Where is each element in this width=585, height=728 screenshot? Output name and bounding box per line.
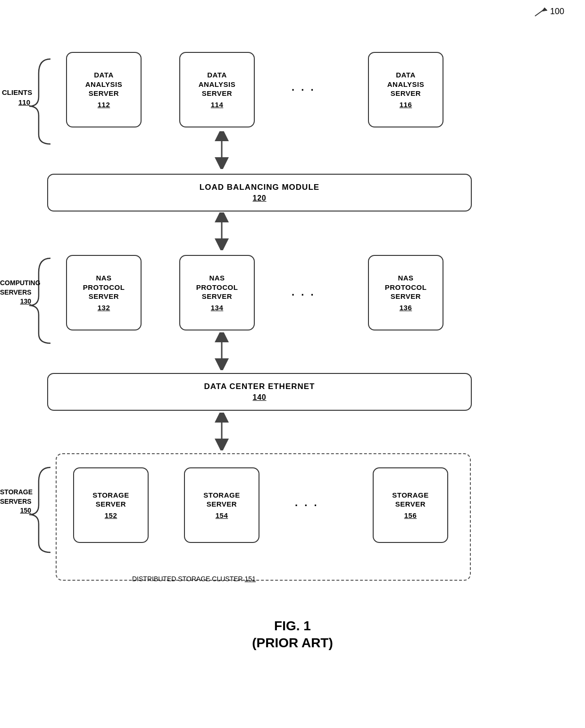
computing-servers-label: COMPUTINGSERVERS130 bbox=[0, 279, 31, 306]
das-server-114: DATAANALYSISSERVER 114 bbox=[179, 52, 255, 127]
nas-server-136: NASPROTOCOLSERVER 136 bbox=[368, 255, 443, 330]
nas-server-134: NASPROTOCOLSERVER 134 bbox=[179, 255, 255, 330]
arrow-dce-to-storage bbox=[203, 413, 241, 450]
das-server-116: DATAANALYSISSERVER 116 bbox=[368, 52, 443, 127]
fig-title: FIG. 1 bbox=[0, 618, 585, 634]
clients-dots: · · · bbox=[292, 84, 316, 96]
diagram-container: 100 CLIENTS 110 DATAANALYSISSERVER 112 D… bbox=[0, 0, 585, 728]
storage-dots: · · · bbox=[295, 499, 319, 512]
figure-ref: 100 bbox=[550, 7, 564, 17]
storage-server-156: STORAGESERVER 156 bbox=[373, 467, 448, 543]
data-center-ethernet: DATA CENTER ETHERNET 140 bbox=[47, 373, 472, 411]
das-server-112: DATAANALYSISSERVER 112 bbox=[66, 52, 142, 127]
figure-caption: FIG. 1 (PRIOR ART) bbox=[0, 618, 585, 651]
storage-servers-label: STORAGESERVERS150 bbox=[0, 488, 31, 516]
distributed-storage-cluster-label: DISTRIBUTED STORAGE CLUSTER 151 bbox=[132, 575, 256, 583]
nas-server-132: NASPROTOCOLSERVER 132 bbox=[66, 255, 142, 330]
clients-label: CLIENTS 110 bbox=[2, 87, 30, 107]
arrow-computing-to-dce bbox=[203, 332, 241, 370]
ref-arrow-icon bbox=[531, 7, 548, 18]
storage-server-152: STORAGESERVER 152 bbox=[73, 467, 149, 543]
load-balancing-module: LOAD BALANCING MODULE 120 bbox=[47, 174, 472, 212]
arrow-clients-to-lbm bbox=[203, 131, 241, 169]
computing-dots: · · · bbox=[292, 289, 316, 301]
fig-subtitle: (PRIOR ART) bbox=[0, 635, 585, 651]
storage-server-154: STORAGESERVER 154 bbox=[184, 467, 259, 543]
arrow-lbm-to-computing bbox=[203, 212, 241, 250]
